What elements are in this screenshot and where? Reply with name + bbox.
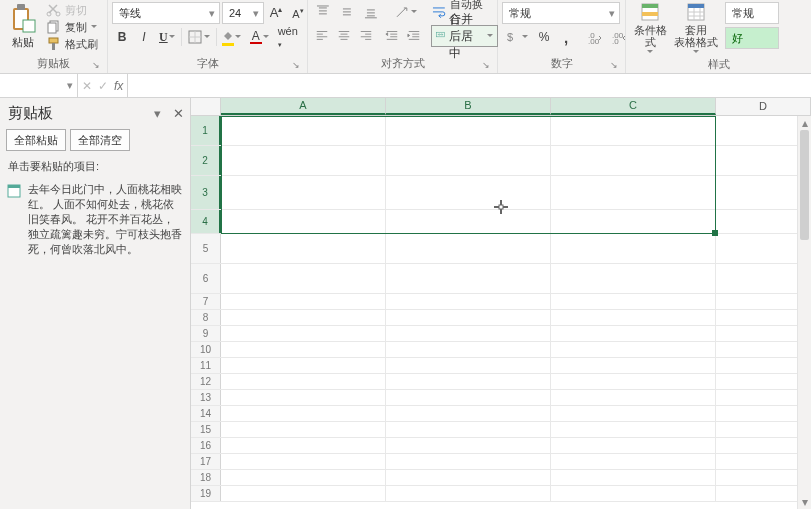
row-header[interactable]: 4 [191,210,221,233]
paste-all-button[interactable]: 全部粘贴 [6,129,66,151]
fx-icon[interactable]: fx [114,79,123,93]
font-color-button[interactable]: A [247,27,273,47]
spreadsheet-grid[interactable]: A B C D 1 2 3 4 5 6 7 8 9 10 11 12 13 14… [191,98,811,509]
number-format-combo[interactable]: 常规 ▾ [502,2,620,24]
scroll-thumb[interactable] [800,130,809,240]
cell[interactable] [386,310,551,325]
taskpane-close-button[interactable]: ✕ [173,106,184,121]
cell[interactable] [221,390,386,405]
cell[interactable] [386,210,551,233]
cell[interactable] [551,470,716,485]
cell[interactable] [551,390,716,405]
cell[interactable] [221,116,386,145]
decrease-indent-button[interactable] [382,26,402,46]
cell[interactable] [386,358,551,373]
row-header[interactable]: 10 [191,342,221,357]
row-header[interactable]: 12 [191,374,221,389]
cell[interactable] [551,210,716,233]
clear-all-button[interactable]: 全部清空 [70,129,130,151]
font-name-combo[interactable]: 等线 ▾ [112,2,220,24]
formula-cancel-button[interactable]: ✕ [82,79,92,93]
row-header[interactable]: 2 [191,146,221,175]
grid-body[interactable]: 1 2 3 4 5 6 7 8 9 10 11 12 13 14 15 16 1… [191,116,811,509]
clipboard-item[interactable]: 去年今日此门中，人面桃花相映红。 人面不知何处去，桃花依旧笑春风。 花开不并百花… [0,178,190,261]
cell[interactable] [386,422,551,437]
cell[interactable] [551,176,716,209]
cell[interactable] [221,374,386,389]
increase-font-button[interactable]: A▴ [266,3,286,23]
cell[interactable] [386,486,551,501]
row-header[interactable]: 16 [191,438,221,453]
cell[interactable] [386,326,551,341]
dialog-launcher-icon[interactable]: ↘ [91,61,101,71]
cell[interactable] [386,374,551,389]
cell[interactable] [221,406,386,421]
cell[interactable] [551,234,716,263]
cell[interactable] [551,374,716,389]
cell[interactable] [221,176,386,209]
cell[interactable] [221,342,386,357]
cell[interactable] [221,310,386,325]
select-all-corner[interactable] [191,98,221,115]
dialog-launcher-icon[interactable]: ↘ [609,61,619,71]
align-right-button[interactable] [356,26,376,46]
cell[interactable] [386,116,551,145]
cell[interactable] [386,454,551,469]
increase-decimal-button[interactable]: .0.00 [584,27,606,47]
cell-style-normal[interactable]: 常规 [725,2,779,24]
column-header-A[interactable]: A [221,98,386,115]
cell[interactable] [551,264,716,293]
cell[interactable] [221,326,386,341]
cell[interactable] [386,438,551,453]
accounting-format-button[interactable]: $ [502,27,532,47]
dialog-launcher-icon[interactable]: ↘ [291,61,301,71]
dialog-launcher-icon[interactable]: ↘ [481,61,491,71]
cell[interactable] [551,454,716,469]
cell[interactable] [386,342,551,357]
row-header[interactable]: 5 [191,234,221,263]
formula-input[interactable] [128,74,811,97]
row-header[interactable]: 15 [191,422,221,437]
vertical-scrollbar[interactable]: ▴ ▾ [797,116,811,509]
scroll-track[interactable] [798,130,811,495]
cell[interactable] [551,146,716,175]
cell[interactable] [386,146,551,175]
cell[interactable] [551,294,716,309]
cell[interactable] [221,470,386,485]
percent-button[interactable]: % [534,27,554,47]
cell[interactable] [551,358,716,373]
underline-button[interactable]: U [156,27,179,47]
column-header-B[interactable]: B [386,98,551,115]
cell[interactable] [551,438,716,453]
taskpane-menu-button[interactable]: ▾ [154,106,161,121]
increase-indent-button[interactable] [404,26,424,46]
cell[interactable] [221,210,386,233]
row-header[interactable]: 8 [191,310,221,325]
cell[interactable] [221,486,386,501]
column-header-D[interactable]: D [716,98,811,115]
cell[interactable] [551,326,716,341]
cell[interactable] [551,486,716,501]
align-bottom-button[interactable] [360,2,382,22]
cell[interactable] [221,454,386,469]
cell[interactable] [551,116,716,145]
font-size-combo[interactable]: 24 ▾ [222,2,264,24]
fill-color-button[interactable] [219,27,245,47]
cell[interactable] [551,406,716,421]
cell[interactable] [386,390,551,405]
cell[interactable] [551,342,716,357]
phonetic-button[interactable]: wén▾ [275,27,301,47]
cell[interactable] [386,176,551,209]
cell[interactable] [551,310,716,325]
row-header[interactable]: 18 [191,470,221,485]
copy-button[interactable]: 复制 [46,19,98,35]
row-header[interactable]: 6 [191,264,221,293]
row-header[interactable]: 3 [191,176,221,209]
cell[interactable] [221,358,386,373]
cell[interactable] [386,470,551,485]
cell[interactable] [221,264,386,293]
comma-button[interactable]: , [556,27,576,47]
cell[interactable] [221,146,386,175]
scroll-down-button[interactable]: ▾ [798,495,811,509]
cell[interactable] [221,234,386,263]
